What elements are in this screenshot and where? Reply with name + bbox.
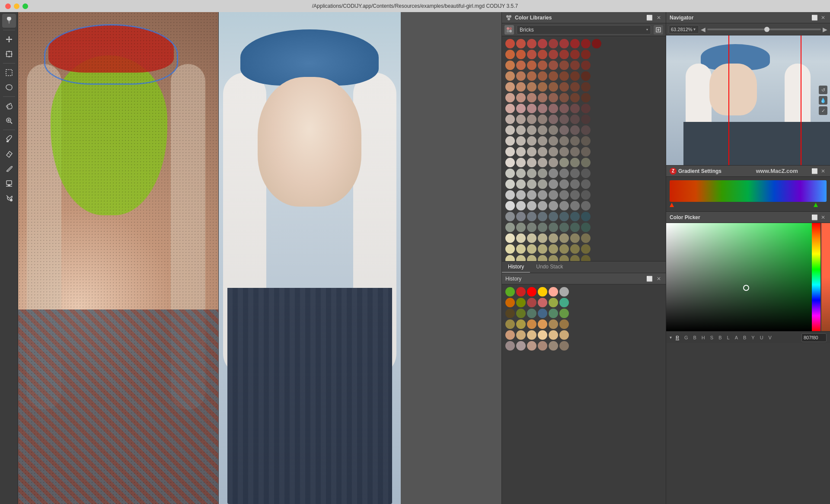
- color-swatch[interactable]: [570, 212, 580, 221]
- color-swatch[interactable]: [581, 179, 591, 189]
- gradient-marker-red[interactable]: [670, 203, 674, 207]
- history-swatch[interactable]: [527, 287, 536, 297]
- color-swatch[interactable]: [581, 125, 591, 135]
- color-swatch[interactable]: [538, 169, 547, 178]
- channel-h[interactable]: H: [700, 334, 706, 341]
- history-swatch[interactable]: [516, 330, 526, 340]
- color-swatch[interactable]: [549, 201, 558, 211]
- color-swatch[interactable]: [538, 104, 547, 113]
- color-swatch[interactable]: [549, 158, 558, 167]
- tab-undo-stack[interactable]: Undo Stack: [530, 262, 569, 273]
- color-swatch[interactable]: [505, 190, 515, 200]
- color-swatch[interactable]: [570, 136, 580, 146]
- color-swatch[interactable]: [559, 61, 569, 70]
- history-swatch[interactable]: [559, 341, 569, 351]
- color-swatch[interactable]: [505, 201, 515, 211]
- tool-move[interactable]: [2, 32, 16, 46]
- color-swatch[interactable]: [581, 82, 591, 92]
- channel-down-icon[interactable]: ▾: [670, 335, 672, 340]
- nav-checkmark-btn[interactable]: ✓: [819, 106, 827, 115]
- color-swatch[interactable]: [581, 212, 591, 221]
- color-swatch[interactable]: [527, 50, 536, 59]
- history-swatch[interactable]: [505, 298, 515, 307]
- history-swatch[interactable]: [538, 298, 547, 307]
- color-swatch[interactable]: [538, 125, 547, 135]
- color-swatch[interactable]: [559, 179, 569, 189]
- color-swatch[interactable]: [538, 244, 547, 254]
- color-swatch[interactable]: [505, 39, 515, 48]
- color-swatch[interactable]: [505, 104, 515, 113]
- color-swatch[interactable]: [559, 125, 569, 135]
- history-swatch[interactable]: [538, 319, 547, 329]
- color-swatch[interactable]: [538, 233, 547, 243]
- zoom-dropdown-arrow[interactable]: ▾: [693, 27, 696, 32]
- color-swatch[interactable]: [505, 147, 515, 156]
- tool-zoom[interactable]: [2, 114, 16, 128]
- color-swatch[interactable]: [505, 125, 515, 135]
- color-swatch[interactable]: [549, 61, 558, 70]
- color-swatch[interactable]: [570, 71, 580, 81]
- color-swatch[interactable]: [549, 179, 558, 189]
- color-swatch[interactable]: [516, 158, 526, 167]
- color-swatch[interactable]: [527, 255, 536, 261]
- color-swatch[interactable]: [570, 82, 580, 92]
- tool-stamp[interactable]: [2, 176, 16, 190]
- tool-paintbrush[interactable]: [2, 14, 16, 28]
- color-swatch[interactable]: [505, 115, 515, 124]
- history-swatch[interactable]: [516, 319, 526, 329]
- tool-select-lasso[interactable]: [2, 80, 16, 94]
- color-swatch[interactable]: [538, 136, 547, 146]
- color-swatch[interactable]: [570, 169, 580, 178]
- color-swatch[interactable]: [549, 136, 558, 146]
- color-swatch[interactable]: [549, 223, 558, 232]
- color-swatch[interactable]: [581, 158, 591, 167]
- library-action-1[interactable]: [654, 25, 663, 35]
- color-swatch[interactable]: [527, 71, 536, 81]
- history-close-btn[interactable]: ✕: [655, 275, 662, 282]
- gradient-bar[interactable]: [670, 180, 827, 202]
- history-swatch[interactable]: [527, 309, 536, 318]
- history-swatch[interactable]: [549, 309, 558, 318]
- color-swatch[interactable]: [538, 93, 547, 102]
- colorpicker-expand-btn[interactable]: ⬜: [811, 214, 818, 221]
- color-swatch[interactable]: [559, 212, 569, 221]
- color-swatch[interactable]: [559, 115, 569, 124]
- history-swatch[interactable]: [538, 341, 547, 351]
- color-swatch[interactable]: [570, 115, 580, 124]
- color-swatch[interactable]: [505, 212, 515, 221]
- close-button[interactable]: [5, 3, 11, 9]
- color-swatch[interactable]: [570, 39, 580, 48]
- color-swatch[interactable]: [527, 244, 536, 254]
- history-swatch[interactable]: [538, 309, 547, 318]
- channel-b2[interactable]: B: [717, 334, 723, 341]
- color-swatch[interactable]: [559, 71, 569, 81]
- color-swatch[interactable]: [559, 169, 569, 178]
- history-swatch[interactable]: [505, 309, 515, 318]
- color-swatch[interactable]: [527, 190, 536, 200]
- color-swatch[interactable]: [592, 39, 601, 48]
- history-swatch[interactable]: [527, 298, 536, 307]
- color-swatch[interactable]: [570, 50, 580, 59]
- color-swatch[interactable]: [581, 104, 591, 113]
- color-swatch[interactable]: [527, 233, 536, 243]
- zoom-display[interactable]: 63.2812% ▾: [669, 25, 699, 34]
- history-swatch[interactable]: [559, 330, 569, 340]
- color-swatch[interactable]: [538, 201, 547, 211]
- color-swatch[interactable]: [527, 82, 536, 92]
- color-swatch[interactable]: [516, 233, 526, 243]
- color-swatch[interactable]: [559, 201, 569, 211]
- zoom-slider[interactable]: [707, 29, 821, 30]
- color-swatch[interactable]: [505, 233, 515, 243]
- library-icon-btn[interactable]: [505, 14, 512, 21]
- color-swatch[interactable]: [581, 93, 591, 102]
- history-swatch[interactable]: [538, 287, 547, 297]
- color-swatch[interactable]: [549, 212, 558, 221]
- history-swatch[interactable]: [559, 319, 569, 329]
- color-swatch[interactable]: [527, 147, 536, 156]
- color-swatch[interactable]: [581, 136, 591, 146]
- color-swatch[interactable]: [538, 39, 547, 48]
- color-swatch[interactable]: [516, 125, 526, 135]
- color-swatch[interactable]: [581, 255, 591, 261]
- zoom-right-arrow[interactable]: ▶: [823, 26, 827, 33]
- color-swatch[interactable]: [538, 212, 547, 221]
